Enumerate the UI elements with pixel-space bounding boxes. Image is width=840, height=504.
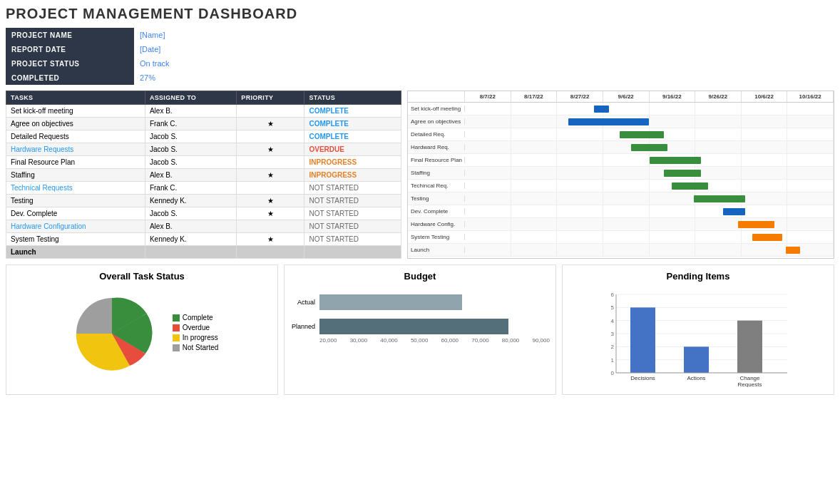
gantt-bar (672, 182, 709, 190)
status: COMPLETE (304, 130, 401, 143)
col-priority: PRIORITY (237, 91, 304, 105)
assigned-to: Kennedy K. (145, 233, 236, 246)
budget-axis: 20,00030,00040,00050,00060,00070,00080,0… (290, 337, 550, 344)
priority (237, 220, 304, 233)
priority (237, 130, 304, 143)
gantt-chart: 8/7/228/17/228/27/229/6/229/16/229/26/22… (407, 91, 834, 259)
gantt-bar (752, 234, 782, 241)
gantt-date-header: 10/6/22 (742, 91, 788, 102)
planned-label: Planned (290, 323, 315, 330)
axis-label: 70,000 (471, 337, 488, 344)
status: NOT STARTED (304, 207, 401, 220)
gantt-row-label: Agree on objectives (408, 118, 465, 125)
legend-item: In progress (173, 334, 219, 341)
svg-text:0: 0 (611, 370, 615, 376)
axis-label: 40,000 (380, 337, 397, 344)
priority: ★ (237, 118, 304, 130)
gantt-bar (594, 106, 609, 113)
axis-label: 20,000 (319, 337, 337, 344)
task-name: Staffing (6, 169, 145, 182)
gantt-row: Set kick-off meeting (408, 103, 834, 115)
gantt-date-header: 8/7/22 (465, 91, 511, 102)
gantt-row-label: Staffing (408, 170, 465, 176)
priority: ★ (237, 143, 304, 156)
legend-item: Complete (173, 314, 219, 322)
priority (237, 156, 304, 169)
axis-label: 50,000 (411, 337, 428, 344)
report-date-value: [Date] (134, 42, 277, 56)
status: COMPLETE (304, 105, 401, 118)
pending-bar (684, 346, 709, 373)
gantt-row: Staffing (408, 167, 834, 180)
table-row: Technical RequestsFrank C.NOT STARTED (6, 182, 401, 195)
gantt-bar (568, 118, 650, 125)
gantt-row: Techincal Req. (408, 180, 834, 192)
table-row: TestingKennedy K.★NOT STARTED (6, 195, 401, 207)
table-row: StaffingAlex B.★INPROGRESS (6, 169, 401, 182)
status (304, 246, 401, 259)
project-status-value: On track (134, 56, 277, 71)
svg-text:3: 3 (611, 331, 615, 337)
gantt-row-label: System Testing (408, 234, 465, 240)
status: INPROGRESS (304, 169, 401, 182)
axis-label: 60,000 (441, 337, 459, 344)
status: OVERDUE (304, 143, 401, 156)
pending-bar (630, 307, 655, 373)
gantt-row-label: Techincal Req. (408, 182, 465, 189)
table-row: System TestingKennedy K.★NOT STARTED (6, 233, 401, 246)
bottom-section: Overall Task Status CompleteOverdueIn pr… (6, 264, 834, 395)
svg-text:Actions: Actions (687, 375, 705, 381)
legend-color (173, 324, 180, 331)
col-assigned: ASSIGNED TO (145, 91, 236, 105)
assigned-to (145, 246, 236, 259)
svg-text:4: 4 (611, 318, 615, 324)
gantt-bar (694, 195, 745, 202)
budget-chart-box: Budget Actual Planned 20,00030,00040,000… (284, 264, 556, 395)
planned-row: Planned (290, 319, 550, 334)
table-row: Dev. CompleteJacob S.★NOT STARTED (6, 207, 401, 220)
axis-label: 80,000 (502, 337, 519, 344)
legend-color (173, 334, 180, 341)
pending-svg: 0123456DecisionsActionsChangeRequests (575, 287, 821, 387)
main-content: TASKS ASSIGNED TO PRIORITY STATUS Set ki… (6, 91, 834, 259)
priority (237, 182, 304, 195)
table-row: Launch (6, 246, 401, 259)
assigned-to: Alex B. (145, 220, 236, 233)
table-row: Hardware RequestsJacob S.★OVERDUE (6, 143, 401, 156)
legend-label: In progress (183, 334, 218, 341)
assigned-to: Frank C. (145, 182, 236, 195)
assigned-to: Alex B. (145, 105, 236, 118)
gantt-row: Launch (408, 244, 834, 257)
svg-text:5: 5 (611, 304, 615, 311)
task-name: Launch (6, 246, 145, 259)
gantt-row-label: Dev. Complete (408, 208, 465, 215)
dashboard-title: PROJECT MANAGEMENT DASHBOARD (6, 6, 834, 22)
col-status: STATUS (304, 91, 401, 105)
pie-svg (66, 287, 158, 380)
gantt-bar (620, 131, 664, 138)
task-name: Dev. Complete (6, 207, 145, 220)
gantt-date-header: 9/16/22 (650, 91, 696, 102)
pending-chart-box: Pending Items 0123456DecisionsActionsCha… (562, 264, 834, 395)
actual-row: Actual (290, 294, 550, 310)
status: INPROGRESS (304, 156, 401, 169)
assigned-to: Jacob S. (145, 156, 236, 169)
gantt-row-label: Hardware Config. (408, 221, 465, 227)
status: NOT STARTED (304, 220, 401, 233)
pending-chart-title: Pending Items (568, 271, 828, 282)
gantt-row: System Testing (408, 231, 834, 244)
priority: ★ (237, 195, 304, 207)
completed-value: 27% (134, 71, 277, 85)
gantt-row-label: Testing (408, 195, 465, 202)
project-name-value: [Name] (134, 28, 277, 42)
gantt-bar (650, 157, 701, 164)
assigned-to: Jacob S. (145, 130, 236, 143)
project-status-label: PROJECT STATUS (6, 56, 134, 71)
svg-text:1: 1 (611, 357, 615, 364)
gantt-row: Testing (408, 192, 834, 205)
table-row: Final Resource PlanJacob S.INPROGRESS (6, 156, 401, 169)
table-row: Agree on objectivesFrank C.★COMPLETE (6, 118, 401, 130)
priority (237, 105, 304, 118)
gantt-bar (738, 221, 775, 228)
gantt-bar (664, 170, 701, 177)
